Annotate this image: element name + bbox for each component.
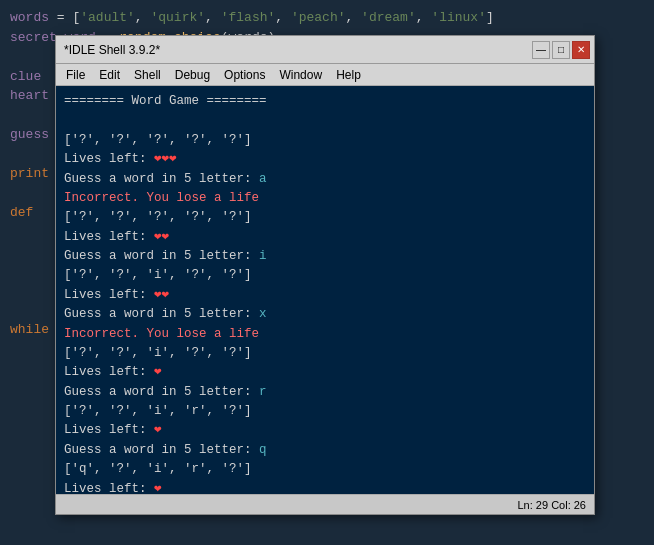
status-bar: Ln: 29 Col: 26 — [56, 494, 594, 514]
close-button[interactable]: ✕ — [572, 41, 590, 59]
shell-lives-line: Lives left: ❤ — [64, 363, 586, 382]
shell-guess-line: Guess a word in 5 letter: i — [64, 247, 586, 266]
idle-shell-window: *IDLE Shell 3.9.2* — □ ✕ File Edit Shell… — [55, 35, 595, 515]
menu-debug[interactable]: Debug — [169, 66, 216, 84]
shell-error-line: Incorrect. You lose a life — [64, 325, 586, 344]
shell-clue-line: ['q', '?', 'i', 'r', '?'] — [64, 460, 586, 479]
shell-guess-line: Guess a word in 5 letter: x — [64, 305, 586, 324]
shell-clue-line: ['?', '?', '?', '?', '?'] — [64, 131, 586, 150]
menu-options[interactable]: Options — [218, 66, 271, 84]
bg-code-line — [10, 515, 644, 535]
window-title: *IDLE Shell 3.9.2* — [64, 43, 160, 57]
shell-lives-line: Lives left: ❤❤ — [64, 228, 586, 247]
shell-header-line: ======== Word Game ======== — [64, 92, 586, 111]
shell-clue-line: ['?', '?', 'i', '?', '?'] — [64, 344, 586, 363]
shell-guess-line: Guess a word in 5 letter: q — [64, 441, 586, 460]
shell-clue-line: ['?', '?', '?', '?', '?'] — [64, 208, 586, 227]
title-bar: *IDLE Shell 3.9.2* — □ ✕ — [56, 36, 594, 64]
shell-lives-line: Lives left: ❤ — [64, 480, 586, 495]
shell-clue-line: ['?', '?', 'i', 'r', '?'] — [64, 402, 586, 421]
menu-edit[interactable]: Edit — [93, 66, 126, 84]
menu-help[interactable]: Help — [330, 66, 367, 84]
shell-guess-line: Guess a word in 5 letter: r — [64, 383, 586, 402]
bg-code-line: words = ['adult', 'quirk', 'flash', 'pea… — [10, 8, 644, 28]
window-controls: — □ ✕ — [532, 41, 590, 59]
menu-file[interactable]: File — [60, 66, 91, 84]
shell-clue-line: ['?', '?', 'i', '?', '?'] — [64, 266, 586, 285]
status-text: Ln: 29 Col: 26 — [518, 499, 587, 511]
menu-window[interactable]: Window — [273, 66, 328, 84]
shell-content[interactable]: ======== Word Game ======== ['?', '?', '… — [56, 86, 594, 494]
menu-bar: File Edit Shell Debug Options Window Hel… — [56, 64, 594, 86]
bg-code-line — [10, 535, 644, 546]
shell-lives-line: Lives left: ❤❤ — [64, 286, 586, 305]
shell-lives-line: Lives left: ❤ — [64, 421, 586, 440]
maximize-button[interactable]: □ — [552, 41, 570, 59]
shell-error-line: Incorrect. You lose a life — [64, 189, 586, 208]
shell-line — [64, 111, 586, 130]
minimize-button[interactable]: — — [532, 41, 550, 59]
shell-guess-line: Guess a word in 5 letter: a — [64, 170, 586, 189]
menu-shell[interactable]: Shell — [128, 66, 167, 84]
shell-lives-line: Lives left: ❤❤❤ — [64, 150, 586, 169]
